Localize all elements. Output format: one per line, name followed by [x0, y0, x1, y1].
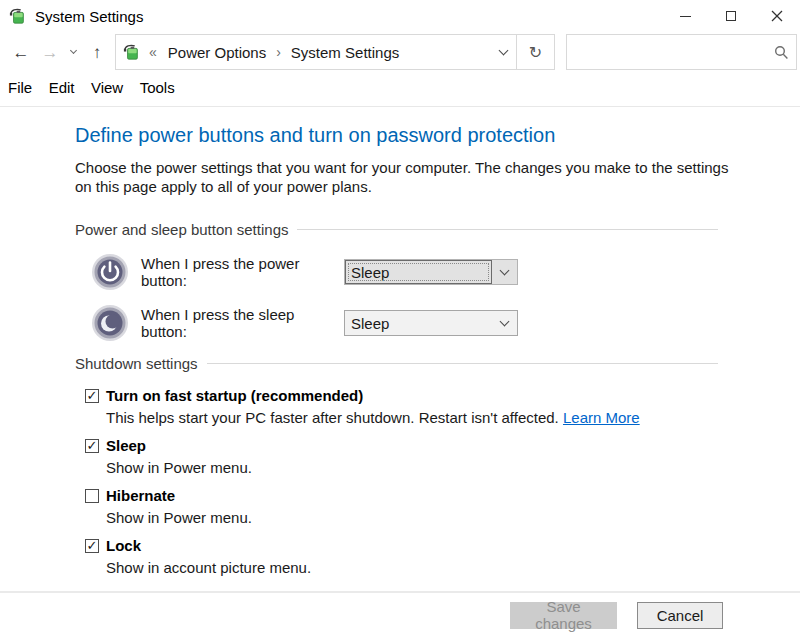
lock-description: Show in account picture menu.	[106, 559, 800, 576]
menu-tools[interactable]: Tools	[136, 79, 183, 96]
back-button[interactable]: ←	[6, 34, 36, 70]
page-title: Define power buttons and turn on passwor…	[75, 124, 800, 147]
section-divider	[207, 363, 718, 364]
search-box	[566, 34, 797, 70]
power-button-label: When I press the power button:	[141, 255, 344, 289]
sleep-label: Sleep	[106, 437, 146, 454]
main-content: Define power buttons and turn on passwor…	[0, 107, 800, 591]
power-button-select[interactable]: Sleep	[344, 259, 518, 285]
shutdown-options: ✓ Turn on fast startup (recommended) Thi…	[75, 387, 800, 576]
sleep-description: Show in Power menu.	[106, 459, 800, 476]
hibernate-label: Hibernate	[106, 487, 175, 504]
chevron-down-icon	[500, 316, 510, 326]
chevron-down-icon	[500, 265, 510, 275]
search-icon	[774, 45, 789, 60]
breadcrumb-system-settings[interactable]: System Settings	[287, 42, 403, 63]
hibernate-description: Show in Power menu.	[106, 509, 800, 526]
recent-pages-button[interactable]	[64, 34, 82, 70]
sleep-button-select[interactable]: Sleep	[344, 310, 518, 336]
section-title: Power and sleep button settings	[75, 221, 288, 238]
power-button-selected-value: Sleep	[345, 260, 492, 284]
shutdown-section-header: Shutdown settings	[75, 355, 718, 372]
section-divider	[297, 229, 718, 230]
address-bar[interactable]: « Power Options › System Settings ↻	[115, 34, 555, 70]
sleep-button-selected-value: Sleep	[345, 311, 492, 335]
refresh-icon: ↻	[529, 43, 542, 62]
combo-dropdown-button[interactable]	[492, 260, 517, 284]
navigation-bar: ← → ↑ « Power Options › System Settings	[0, 32, 800, 72]
lock-checkbox[interactable]: ✓	[85, 539, 99, 553]
power-button-row: When I press the power button: Sleep	[91, 253, 800, 291]
learn-more-link[interactable]: Learn More	[563, 409, 640, 426]
save-changes-button[interactable]: Save changes	[510, 602, 617, 629]
forward-button[interactable]: →	[36, 34, 64, 70]
fast-startup-option: ✓ Turn on fast startup (recommended) Thi…	[85, 387, 800, 426]
maximize-icon	[726, 11, 736, 21]
hibernate-option: Hibernate Show in Power menu.	[85, 487, 800, 526]
sleep-option: ✓ Sleep Show in Power menu.	[85, 437, 800, 476]
chevron-down-icon	[69, 46, 76, 53]
forward-icon: →	[42, 44, 59, 61]
close-icon	[771, 10, 783, 22]
fast-startup-checkbox[interactable]: ✓	[85, 389, 99, 403]
power-button-section-header: Power and sleep button settings	[75, 221, 718, 238]
lock-option: ✓ Lock Show in account picture menu.	[85, 537, 800, 576]
window-title: System Settings	[35, 8, 143, 25]
breadcrumb-overflow-icon[interactable]: «	[149, 44, 157, 60]
sleep-button-label: When I press the sleep button:	[141, 306, 344, 340]
power-button-icon	[91, 253, 129, 291]
menu-view[interactable]: View	[87, 79, 131, 96]
fast-startup-label: Turn on fast startup (recommended)	[106, 387, 363, 404]
cancel-button[interactable]: Cancel	[637, 602, 723, 629]
search-input[interactable]	[567, 35, 766, 69]
sleep-button-row: When I press the sleep button: Sleep	[91, 304, 800, 342]
hibernate-checkbox[interactable]	[85, 489, 99, 503]
minimize-icon	[680, 16, 691, 17]
chevron-down-icon	[498, 45, 508, 55]
system-settings-window: System Settings ← → ↑	[0, 0, 800, 637]
combo-dropdown-button[interactable]	[492, 311, 517, 335]
address-dropdown-button[interactable]	[490, 35, 516, 69]
sleep-button-icon	[91, 304, 129, 342]
breadcrumb-power-options[interactable]: Power Options	[164, 42, 270, 63]
power-options-icon-small	[123, 43, 141, 61]
minimize-button[interactable]	[662, 0, 708, 32]
footer: Save changes Cancel	[0, 591, 800, 637]
fast-startup-description: This helps start your PC faster after sh…	[106, 409, 800, 426]
section-title: Shutdown settings	[75, 355, 198, 372]
intro-text: Choose the power settings that you want …	[75, 158, 733, 196]
maximize-button[interactable]	[708, 0, 754, 32]
up-icon: ↑	[93, 44, 102, 61]
title-bar: System Settings	[0, 0, 800, 32]
lock-label: Lock	[106, 537, 141, 554]
breadcrumb-separator-icon[interactable]: ›	[270, 44, 287, 60]
window-controls	[662, 0, 800, 32]
menu-bar: File Edit View Tools	[0, 72, 800, 107]
power-options-icon	[9, 7, 27, 25]
up-button[interactable]: ↑	[82, 34, 112, 70]
refresh-button[interactable]: ↻	[517, 35, 554, 69]
search-button[interactable]	[766, 45, 796, 60]
menu-file[interactable]: File	[4, 79, 40, 96]
sleep-checkbox[interactable]: ✓	[85, 439, 99, 453]
back-icon: ←	[13, 44, 30, 61]
fast-startup-description-text: This helps start your PC faster after sh…	[106, 409, 563, 426]
close-button[interactable]	[754, 0, 800, 32]
menu-edit[interactable]: Edit	[45, 79, 83, 96]
